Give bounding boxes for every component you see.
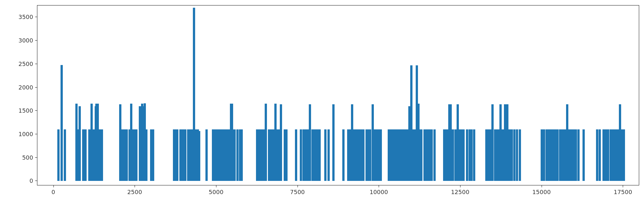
data-spike	[452, 129, 454, 181]
data-spike	[508, 129, 511, 181]
y-tick-label: 0	[30, 177, 33, 184]
x-tick-label: 12500	[451, 189, 469, 195]
data-spike	[101, 129, 103, 181]
data-spike	[504, 104, 506, 181]
data-spike	[605, 129, 607, 181]
data-spike	[349, 129, 351, 181]
data-spike	[64, 129, 66, 181]
data-spike	[610, 129, 612, 181]
data-spike	[332, 104, 335, 181]
data-spike	[236, 129, 239, 181]
y-tick-label: 3500	[18, 14, 33, 20]
data-spike	[511, 129, 513, 181]
x-tick	[623, 185, 623, 187]
data-spike	[556, 129, 559, 181]
data-spike	[61, 65, 63, 181]
data-spike	[377, 129, 380, 181]
data-spike	[473, 129, 475, 181]
data-spike	[543, 129, 545, 181]
data-spike	[623, 129, 625, 181]
data-spike	[198, 131, 200, 181]
y-tick-label: 3000	[18, 37, 33, 44]
plot-area	[37, 5, 639, 185]
x-tick	[542, 185, 542, 187]
x-tick-label: 7500	[290, 189, 305, 195]
data-spike	[506, 104, 508, 181]
x-tick	[379, 185, 379, 187]
y-tick-label: 1000	[18, 131, 33, 137]
data-spike	[342, 129, 345, 181]
data-spike	[373, 129, 375, 181]
y-tick-label: 2000	[18, 84, 33, 90]
data-spike	[541, 129, 543, 181]
data-spike	[502, 129, 504, 181]
y-tick	[35, 64, 37, 64]
data-spike	[462, 129, 465, 181]
data-spike	[152, 129, 154, 181]
data-spike	[265, 104, 267, 181]
y-tick	[35, 134, 37, 134]
y-tick	[35, 110, 37, 111]
data-spike	[431, 129, 433, 181]
data-spike	[285, 129, 288, 181]
y-tick-label: 500	[22, 154, 33, 161]
data-spike	[466, 129, 468, 181]
data-spike	[184, 129, 186, 181]
data-spike	[577, 129, 580, 181]
y-tick	[35, 87, 37, 88]
data-spike	[295, 129, 297, 181]
data-spike	[575, 129, 577, 181]
x-tick-label: 5000	[209, 189, 223, 195]
data-spike	[233, 129, 236, 181]
data-spike	[84, 129, 87, 181]
y-tick	[35, 157, 37, 158]
x-tick-label: 0	[52, 189, 55, 195]
y-tick	[35, 40, 37, 41]
data-spike	[362, 129, 365, 181]
data-spike	[607, 129, 609, 181]
data-spike	[582, 129, 585, 181]
data-spike	[176, 129, 178, 181]
data-spike	[596, 129, 598, 181]
data-spike	[599, 129, 601, 181]
data-spike	[241, 129, 243, 181]
data-spike	[79, 106, 81, 181]
data-spike	[470, 129, 473, 181]
data-spike	[602, 129, 605, 181]
x-tick-label: 2500	[127, 189, 142, 195]
data-spike	[145, 129, 147, 181]
data-spike	[513, 129, 516, 181]
data-spike	[433, 129, 436, 181]
data-spike	[380, 129, 382, 181]
y-tick	[35, 181, 37, 181]
data-spike	[499, 104, 502, 181]
x-tick-label: 15000	[532, 189, 551, 195]
data-spike	[516, 129, 518, 181]
data-spike	[324, 129, 327, 181]
y-tick-label: 2500	[18, 60, 33, 67]
data-spike	[491, 104, 494, 181]
data-spike	[57, 129, 60, 181]
x-tick	[53, 185, 54, 187]
data-spike	[300, 129, 302, 181]
data-spike	[519, 129, 521, 181]
data-spike	[420, 129, 422, 181]
y-tick-label: 1500	[18, 107, 33, 114]
data-spike	[563, 129, 565, 181]
data-spike	[450, 104, 452, 181]
data-spike	[318, 129, 321, 181]
data-spike	[205, 129, 208, 181]
x-tick-label: 17500	[614, 189, 632, 195]
data-spike	[126, 129, 128, 181]
data-spike	[130, 104, 132, 181]
data-spike	[280, 104, 282, 181]
data-spike	[369, 129, 371, 181]
data-spike	[309, 104, 311, 181]
data-spike	[327, 129, 330, 181]
figure: 0250050007500100001250015000175000500100…	[0, 0, 644, 206]
data-spike	[135, 129, 137, 181]
x-tick	[460, 185, 460, 187]
y-tick	[35, 17, 37, 17]
x-tick	[216, 185, 216, 187]
x-tick	[135, 185, 135, 187]
